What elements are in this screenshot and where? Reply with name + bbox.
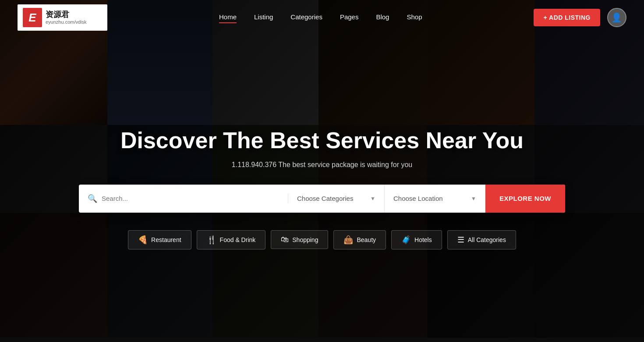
shopping-icon: 🛍 bbox=[281, 235, 289, 244]
category-label-all: All Categories bbox=[468, 236, 506, 243]
category-label-hotels: Hotels bbox=[414, 236, 432, 243]
categories-dropdown-label: Choose Categories bbox=[297, 195, 353, 202]
nav-right: + ADD LISTING 👤 bbox=[534, 8, 626, 27]
logo-sub-text: eyunzhu.com/vdisk bbox=[46, 19, 87, 25]
logo[interactable]: E 资源君 eyunzhu.com/vdisk bbox=[18, 4, 107, 31]
category-pill-beauty[interactable]: 👜 Beauty bbox=[333, 230, 386, 249]
chevron-down-icon: ▼ bbox=[471, 196, 476, 202]
category-pills: 🍕 Restaurent 🍴 Food & Drink 🛍 Shopping 👜… bbox=[128, 230, 516, 249]
user-icon: 👤 bbox=[611, 12, 622, 23]
category-pill-food-drink[interactable]: 🍴 Food & Drink bbox=[197, 230, 266, 249]
categories-dropdown[interactable]: Choose Categories ▼ bbox=[288, 185, 385, 213]
logo-text-block: 资源君 eyunzhu.com/vdisk bbox=[46, 10, 87, 25]
hero-subtitle: 1.118.940.376 The best service package i… bbox=[232, 161, 412, 169]
nav-link-home[interactable]: Home bbox=[219, 13, 237, 22]
hero-title: Discover The Best Services Near You bbox=[120, 128, 524, 154]
location-dropdown-label: Choose Location bbox=[393, 195, 443, 202]
search-input-wrap: 🔍 bbox=[79, 194, 288, 203]
category-pill-hotels[interactable]: 🧳 Hotels bbox=[391, 230, 442, 249]
logo-icon: E bbox=[23, 8, 42, 27]
category-pill-restaurant[interactable]: 🍕 Restaurent bbox=[128, 230, 191, 249]
nav-link-shop[interactable]: Shop bbox=[407, 13, 422, 22]
category-pill-all[interactable]: ☰ All Categories bbox=[447, 230, 516, 249]
hotels-icon: 🧳 bbox=[401, 235, 411, 245]
search-icon: 🔍 bbox=[88, 194, 97, 203]
restaurant-icon: 🍕 bbox=[138, 235, 148, 245]
all-categories-icon: ☰ bbox=[457, 235, 464, 245]
beauty-icon: 👜 bbox=[343, 235, 353, 245]
hero-center: Discover The Best Services Near You 1.11… bbox=[0, 35, 644, 342]
food-drink-icon: 🍴 bbox=[207, 235, 216, 245]
user-avatar-button[interactable]: 👤 bbox=[607, 8, 626, 27]
category-label-food-drink: Food & Drink bbox=[220, 236, 256, 243]
chevron-down-icon: ▼ bbox=[370, 196, 375, 202]
category-label-restaurant: Restaurent bbox=[151, 236, 181, 243]
content-layer: E 资源君 eyunzhu.com/vdisk Home Listing Cat… bbox=[0, 0, 644, 342]
location-dropdown[interactable]: Choose Location ▼ bbox=[385, 185, 485, 213]
nav-link-pages[interactable]: Pages bbox=[340, 13, 359, 22]
explore-now-button[interactable]: EXPLORE NOW bbox=[485, 185, 565, 213]
logo-main-text: 资源君 bbox=[46, 10, 87, 20]
category-pill-shopping[interactable]: 🛍 Shopping bbox=[271, 230, 328, 249]
category-label-beauty: Beauty bbox=[357, 236, 376, 243]
nav-link-blog[interactable]: Blog bbox=[376, 13, 389, 22]
nav-link-listing[interactable]: Listing bbox=[254, 13, 273, 22]
search-input[interactable] bbox=[102, 195, 279, 202]
add-listing-button[interactable]: + ADD LISTING bbox=[534, 9, 600, 26]
search-bar: 🔍 Choose Categories ▼ Choose Location ▼ … bbox=[79, 185, 565, 213]
nav-link-categories[interactable]: Categories bbox=[290, 13, 322, 22]
nav-links: Home Listing Categories Pages Blog Shop bbox=[219, 13, 422, 22]
navbar: E 资源君 eyunzhu.com/vdisk Home Listing Cat… bbox=[0, 0, 644, 35]
category-label-shopping: Shopping bbox=[292, 236, 318, 243]
